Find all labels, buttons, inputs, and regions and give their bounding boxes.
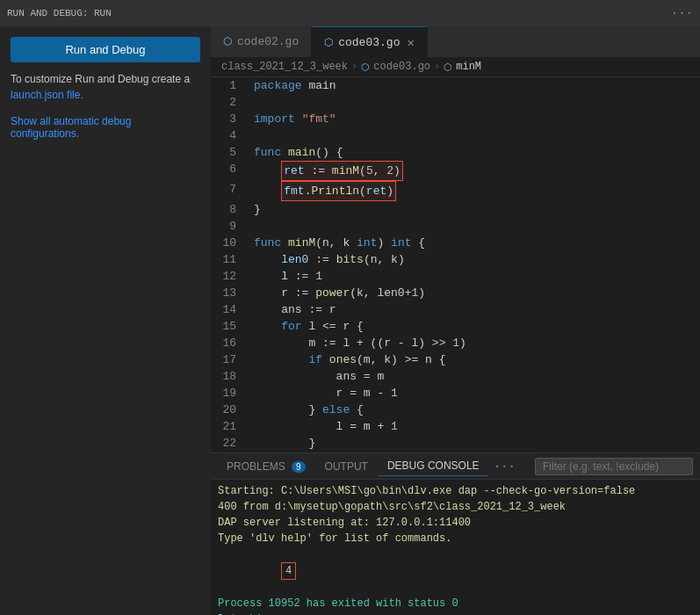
problems-badge: 9 — [292, 461, 306, 473]
title-text: RUN AND DEBUG: RUN — [7, 8, 112, 18]
breadcrumb-symbol-icon: ⬡ — [444, 62, 452, 73]
code-line: 22 } — [211, 435, 700, 452]
code-line: 10 func minM(n, k int) int { — [211, 235, 700, 251]
breadcrumb-sep1: › — [351, 61, 357, 73]
code-line: 15 for l <= r { — [211, 318, 700, 335]
console-line: 400 from d:\mysetup\gopath\src\sf2\class… — [218, 499, 693, 515]
breadcrumb: class_2021_12_3_week › ⬡ code03.go › ⬡ m… — [211, 57, 700, 77]
launch-json-link[interactable]: launch.json file. — [11, 89, 83, 101]
breadcrumb-file-icon: ⬡ — [361, 62, 370, 73]
panel-filter-input[interactable] — [535, 458, 693, 475]
code-line: 18 ans = m — [211, 368, 700, 385]
code-editor[interactable]: 1 package main 2 3 import "fmt" 4 5 func… — [211, 77, 700, 452]
output-value: 4 — [281, 562, 296, 580]
show-auto-debug-link[interactable]: Show all automatic debug configurations. — [11, 115, 200, 140]
code-line: 5 func main() { — [211, 144, 700, 161]
code02-file-icon: ⬡ — [223, 35, 232, 48]
tab-code02[interactable]: ⬡ code02.go — [211, 26, 312, 57]
code-line: 8 } — [211, 201, 700, 218]
bottom-panel: PROBLEMS 9 OUTPUT DEBUG CONSOLE ··· Star… — [211, 452, 700, 615]
title-bar: RUN AND DEBUG: RUN ··· — [0, 0, 700, 26]
editor-area: ⬡ code02.go ⬡ code03.go ✕ class_2021_12_… — [211, 26, 700, 615]
code-line: 14 ans := r — [211, 301, 700, 318]
breadcrumb-sep2: › — [434, 61, 440, 73]
code-line-highlighted: 7 fmt.Println(ret) — [211, 181, 700, 201]
panel-tabs: PROBLEMS 9 OUTPUT DEBUG CONSOLE ··· — [211, 453, 700, 480]
tab-code02-label: code02.go — [237, 35, 299, 48]
panel-tab-output[interactable]: OUTPUT — [316, 457, 377, 476]
console-line: Process 10952 has exited with status 0 — [218, 596, 693, 611]
tab-code03[interactable]: ⬡ code03.go ✕ — [312, 26, 428, 57]
breadcrumb-folder: class_2021_12_3_week — [221, 61, 348, 73]
console-line: Type 'dlv help' for list of commands. — [218, 531, 693, 546]
code-line: 13 r := power(k, len0+1) — [211, 285, 700, 301]
code-line: 11 len0 := bits(n, k) — [211, 251, 700, 268]
tab-code03-label: code03.go — [338, 36, 400, 49]
code-line: 17 if ones(m, k) >= n { — [211, 351, 700, 368]
code03-file-icon: ⬡ — [324, 36, 333, 49]
code-line: 3 import "fmt" — [211, 111, 700, 127]
code-line: 19 r = m - 1 — [211, 385, 700, 402]
console-line: Starting: C:\Users\MSI\go\bin\dlv.exe da… — [218, 483, 693, 499]
sidebar: Run and Debug To customize Run and Debug… — [0, 26, 211, 615]
breadcrumb-file1: code03.go — [373, 61, 430, 73]
code-line: 2 — [211, 94, 700, 111]
code-line: 12 l := 1 — [211, 268, 700, 285]
code-line: 21 l = m + 1 — [211, 418, 700, 435]
main-area: Run and Debug To customize Run and Debug… — [0, 26, 700, 615]
console-line: DAP server listening at: 127.0.0.1:11400 — [218, 515, 693, 531]
title-menu-icon[interactable]: ··· — [671, 6, 693, 20]
panel-tab-problems[interactable]: PROBLEMS 9 — [218, 457, 314, 476]
debug-console-content: Starting: C:\Users\MSI\go\bin\dlv.exe da… — [211, 480, 700, 615]
code-line-highlighted: 6 ret := minM(5, 2) — [211, 161, 700, 181]
run-debug-button[interactable]: Run and Debug — [11, 37, 200, 62]
code-line: 20 } else { — [211, 402, 700, 418]
editor-tabs: ⬡ code02.go ⬡ code03.go ✕ — [211, 26, 700, 57]
code-line: 4 — [211, 127, 700, 144]
tab-code03-close-icon[interactable]: ✕ — [407, 35, 414, 50]
panel-tab-debug-console[interactable]: DEBUG CONSOLE — [379, 456, 488, 476]
panel-more-icon[interactable]: ··· — [494, 459, 516, 474]
console-output-line: 4 — [218, 546, 693, 596]
console-line: Detaching — [218, 611, 693, 615]
customize-text: To customize Run and Debug create a laun… — [11, 71, 200, 103]
breadcrumb-symbol: minM — [456, 61, 481, 73]
code-line: 23 } — [211, 452, 700, 452]
code-line: 16 m := l + ((r - l) >> 1) — [211, 335, 700, 351]
code-line: 9 — [211, 218, 700, 235]
code-line: 1 package main — [211, 77, 700, 94]
